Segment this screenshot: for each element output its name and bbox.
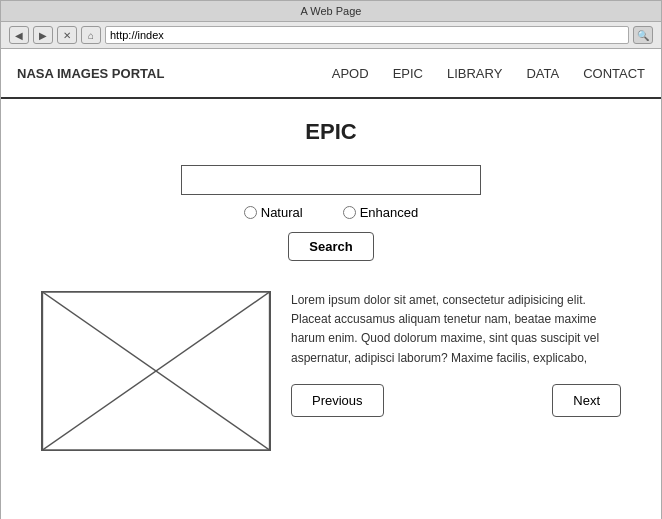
nav-link-library[interactable]: LIBRARY <box>447 66 502 81</box>
browser-window: A Web Page ◀ ▶ ✕ ⌂ 🔍 NASA IMAGES PORTAL … <box>0 0 662 519</box>
browser-search-button[interactable]: 🔍 <box>633 26 653 44</box>
main-content: EPIC Natural Enhanced Search <box>1 99 661 519</box>
browser-toolbar: ◀ ▶ ✕ ⌂ 🔍 <box>1 22 661 49</box>
back-button[interactable]: ◀ <box>9 26 29 44</box>
browser-titlebar: A Web Page <box>1 1 661 22</box>
nav-link-data[interactable]: DATA <box>526 66 559 81</box>
home-button[interactable]: ⌂ <box>81 26 101 44</box>
search-section: Natural Enhanced Search <box>41 165 621 261</box>
result-description: Lorem ipsum dolor sit amet, consectetur … <box>291 291 621 368</box>
address-bar[interactable] <box>105 26 629 44</box>
placeholder-image-svg <box>42 292 270 450</box>
nav-item-contact[interactable]: CONTACT <box>583 64 645 82</box>
previous-button[interactable]: Previous <box>291 384 384 417</box>
forward-button[interactable]: ▶ <box>33 26 53 44</box>
search-button[interactable]: Search <box>288 232 373 261</box>
nav-link-epic[interactable]: EPIC <box>393 66 423 81</box>
nav-item-data[interactable]: DATA <box>526 64 559 82</box>
nav-link-contact[interactable]: CONTACT <box>583 66 645 81</box>
nav-item-epic[interactable]: EPIC <box>393 64 423 82</box>
search-input[interactable] <box>181 165 481 195</box>
radio-natural[interactable] <box>244 206 257 219</box>
radio-group: Natural Enhanced <box>244 205 418 220</box>
nav-items: APOD EPIC LIBRARY DATA CONTACT <box>332 64 645 82</box>
radio-enhanced[interactable] <box>343 206 356 219</box>
site-logo: NASA IMAGES PORTAL <box>17 66 332 81</box>
nav-item-apod[interactable]: APOD <box>332 64 369 82</box>
radio-natural-label[interactable]: Natural <box>244 205 303 220</box>
next-button[interactable]: Next <box>552 384 621 417</box>
nav-item-library[interactable]: LIBRARY <box>447 64 502 82</box>
page-title: EPIC <box>41 119 621 145</box>
browser-title: A Web Page <box>301 5 362 17</box>
site-nav: NASA IMAGES PORTAL APOD EPIC LIBRARY DAT… <box>1 49 661 99</box>
result-section: Lorem ipsum dolor sit amet, consectetur … <box>41 291 621 451</box>
close-button[interactable]: ✕ <box>57 26 77 44</box>
pagination: Previous Next <box>291 384 621 417</box>
nav-link-apod[interactable]: APOD <box>332 66 369 81</box>
radio-enhanced-label[interactable]: Enhanced <box>343 205 419 220</box>
result-content: Lorem ipsum dolor sit amet, consectetur … <box>291 291 621 417</box>
result-image <box>41 291 271 451</box>
